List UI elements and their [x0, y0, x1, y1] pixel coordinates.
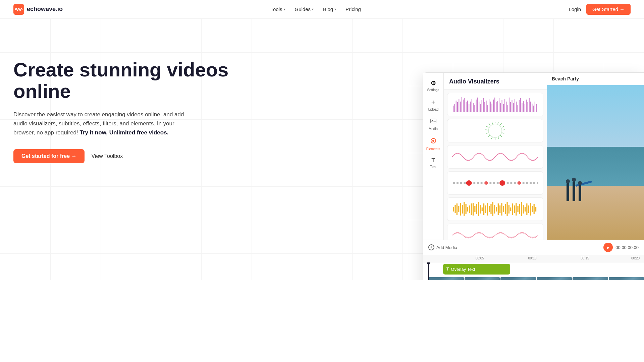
- svg-rect-39: [502, 100, 502, 112]
- svg-rect-45: [510, 102, 511, 112]
- svg-rect-145: [526, 203, 527, 215]
- svg-rect-132: [503, 206, 504, 212]
- login-button[interactable]: Login: [569, 6, 581, 12]
- svg-rect-26: [483, 98, 484, 112]
- sidebar-item-elements[interactable]: Elements: [424, 135, 442, 154]
- svg-rect-36: [497, 101, 498, 112]
- svg-rect-106: [457, 203, 458, 215]
- svg-rect-17: [470, 102, 471, 112]
- svg-rect-6: [454, 104, 455, 112]
- svg-line-74: [492, 137, 493, 139]
- preview-video: [547, 85, 644, 240]
- sidebar-item-settings[interactable]: ⚙ Settings: [424, 77, 442, 95]
- svg-line-75: [489, 135, 490, 137]
- svg-rect-128: [496, 207, 497, 212]
- time-display: 00:00:00:00: [615, 245, 639, 250]
- visualizer-circle[interactable]: [447, 119, 543, 142]
- svg-rect-140: [518, 206, 519, 212]
- sidebar-item-media[interactable]: Media: [424, 115, 442, 133]
- svg-rect-56: [526, 100, 527, 112]
- svg-rect-32: [492, 104, 492, 112]
- visualizer-sine-pink[interactable]: [447, 145, 543, 169]
- ruler-mark: 00:15: [581, 256, 589, 260]
- add-media-icon: +: [428, 244, 434, 250]
- svg-point-4: [432, 140, 434, 142]
- ruler-mark: 00:10: [528, 256, 537, 260]
- nav-guides[interactable]: Guides ▾: [291, 4, 318, 14]
- app-body: ⚙ Settings + Upload Media: [423, 73, 644, 240]
- svg-rect-52: [520, 98, 521, 112]
- svg-rect-111: [466, 204, 467, 214]
- svg-rect-12: [463, 100, 464, 112]
- svg-rect-34: [494, 98, 495, 112]
- svg-rect-110: [464, 202, 465, 216]
- svg-line-67: [500, 123, 502, 125]
- timeline-controls: + Add Media 00:00:00:00: [423, 240, 644, 255]
- nav-tools[interactable]: Tools ▾: [267, 4, 289, 14]
- hero-description: Discover the easiest way to create engag…: [13, 110, 188, 137]
- svg-rect-23: [479, 102, 479, 112]
- svg-rect-27: [484, 102, 485, 112]
- svg-rect-31: [490, 102, 491, 112]
- svg-rect-108: [460, 203, 461, 216]
- app-sidebar: ⚙ Settings + Upload Media: [423, 73, 444, 240]
- svg-rect-126: [492, 202, 493, 216]
- svg-rect-55: [525, 104, 525, 112]
- svg-rect-144: [525, 207, 526, 212]
- svg-rect-7: [456, 101, 457, 112]
- svg-rect-54: [523, 101, 524, 112]
- svg-rect-139: [516, 203, 517, 216]
- visualizers-panel: Audio Visualizers: [444, 73, 547, 240]
- svg-rect-107: [458, 206, 459, 212]
- sidebar-item-upload[interactable]: + Upload: [424, 96, 442, 114]
- svg-rect-15: [467, 101, 468, 112]
- svg-rect-53: [522, 103, 523, 112]
- svg-line-68: [502, 126, 504, 127]
- play-button[interactable]: [603, 243, 613, 252]
- svg-rect-13: [465, 98, 465, 112]
- svg-rect-24: [480, 104, 481, 112]
- svg-rect-22: [477, 98, 478, 112]
- svg-rect-18: [472, 99, 472, 112]
- svg-rect-25: [482, 100, 482, 112]
- svg-rect-146: [528, 205, 529, 213]
- svg-line-79: [489, 123, 490, 125]
- svg-rect-115: [473, 203, 474, 216]
- nav-blog[interactable]: Blog ▾: [319, 4, 340, 14]
- svg-rect-29: [487, 105, 488, 112]
- visualizer-dots-red[interactable]: [447, 171, 543, 195]
- timeline-tracks: T Overlay Text: [423, 262, 644, 280]
- svg-rect-35: [496, 102, 497, 112]
- add-media-button[interactable]: + Add Media: [428, 244, 457, 250]
- svg-rect-21: [476, 100, 477, 112]
- svg-line-76: [486, 133, 489, 133]
- svg-line-80: [492, 122, 493, 124]
- visualizer-bar-orange[interactable]: [447, 197, 543, 221]
- text-track-icon: T: [446, 267, 449, 272]
- svg-rect-48: [515, 99, 515, 112]
- chevron-down-icon: ▾: [284, 7, 285, 11]
- sidebar-item-text[interactable]: T Text: [424, 155, 442, 171]
- logo-link[interactable]: echowave.io: [13, 4, 63, 15]
- preview-panel: Beach Party: [547, 73, 644, 240]
- svg-rect-105: [455, 205, 456, 213]
- nav-right: Login Get Started →: [569, 4, 631, 15]
- visualizer-sine-light-pink[interactable]: [447, 224, 543, 240]
- nav-links: Tools ▾ Guides ▾ Blog ▾ Pricing: [267, 4, 365, 14]
- svg-rect-148: [532, 206, 533, 212]
- svg-rect-137: [512, 203, 513, 215]
- get-started-hero-button[interactable]: Get started for free →: [13, 149, 85, 163]
- nav-pricing[interactable]: Pricing: [341, 4, 365, 14]
- overlay-text-track[interactable]: T Overlay Text: [443, 264, 510, 275]
- svg-rect-51: [519, 100, 520, 112]
- visualizer-grid: [444, 89, 547, 240]
- elements-icon: [430, 137, 437, 146]
- chevron-down-icon: ▾: [312, 7, 314, 11]
- get-started-nav-button[interactable]: Get Started →: [586, 4, 631, 15]
- upload-icon: +: [431, 99, 435, 106]
- timeline: + Add Media 00:00:00:00 00:05 00:10 00:1…: [423, 240, 644, 280]
- visualizer-bar-spikes[interactable]: [447, 93, 543, 116]
- view-toolbox-button[interactable]: View Toolbox: [91, 153, 123, 159]
- svg-rect-57: [528, 102, 528, 112]
- preview-title: Beach Party: [547, 73, 644, 85]
